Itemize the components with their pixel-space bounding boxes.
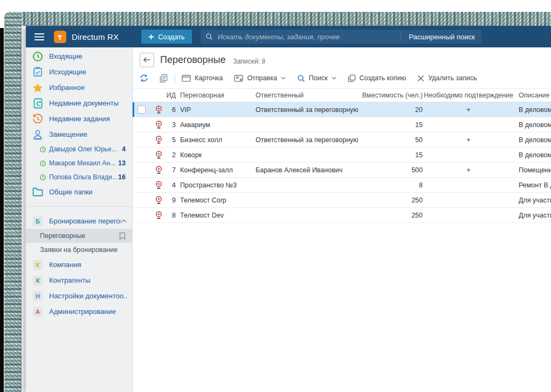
create-button[interactable]: Создать	[141, 30, 191, 44]
global-search-bar: Расширенный поиск	[201, 30, 481, 44]
search-button[interactable]: Поиск	[297, 74, 336, 82]
back-button[interactable]	[140, 53, 154, 67]
sidebar-item-label: Бронирование перегов...	[49, 217, 121, 225]
toolbar-button-label: Поиск	[309, 74, 328, 82]
table-header-col-room[interactable]: Переговорная	[176, 92, 251, 99]
cell-description: Для участия	[514, 212, 551, 219]
letter-glyph: К	[33, 276, 43, 285]
sidebar-item-3[interactable]: Недавние документы	[26, 95, 132, 111]
sidebar-substitution-item[interactable]: Попова Ольга Влади...16	[26, 170, 132, 184]
folder-item-label: Переговорные	[40, 232, 85, 240]
sidebar-item-2[interactable]: Избранное	[26, 80, 132, 95]
sidebar-item-15[interactable]: ККонтрагенты	[26, 272, 132, 288]
table-row[interactable]: 3Аквариум15В деловом ц	[133, 117, 551, 132]
clock-mini-icon	[40, 174, 46, 180]
person-icon	[32, 129, 43, 140]
hamburger-icon	[34, 33, 45, 41]
table-header-col-id[interactable]: ИД	[166, 92, 176, 99]
hamburger-menu-button[interactable]	[32, 30, 46, 44]
folder-item-label: Заявки на бронирование	[40, 246, 118, 254]
cell-confirmation: +	[423, 136, 514, 144]
table-header-col-responsible[interactable]: Ответственный	[251, 92, 359, 99]
sidebar-item-5[interactable]: Замещение	[26, 127, 132, 142]
table-row[interactable]: 9Телемост Corp250Для участия	[133, 193, 551, 208]
send-button[interactable]: Отправка	[234, 74, 285, 82]
cell-room-name: Телемост Dev	[176, 212, 251, 219]
table-header-col-capacity[interactable]: Вместимость (чел.)	[359, 92, 423, 99]
app-body: ВходящиеИсходящиеИзбранноеНедавние докум…	[26, 47, 551, 392]
sidebar-item-9[interactable]: Общие папки	[26, 184, 132, 200]
unread-count-badge: 13	[118, 159, 126, 167]
cell-room-name: Бизнесс холл	[176, 136, 251, 144]
delete-record-button[interactable]: Удалить запись	[417, 74, 477, 82]
page-header: Переговорные Записей: 8	[133, 53, 551, 67]
meeting-room-icon	[151, 135, 166, 144]
table-row[interactable]: 4Пространство №38Ремонт В де	[133, 178, 551, 193]
cell-room-name: Телемост Corp	[176, 197, 251, 204]
sidebar-item-17[interactable]: ААдминистрирование	[26, 304, 132, 319]
copy-outline-icon	[348, 74, 356, 82]
cell-room-name: Коворк	[176, 151, 251, 159]
chevron-down-icon	[332, 76, 336, 80]
cell-room-name: Аквариум	[176, 121, 251, 129]
cell-description: Ремонт В де	[514, 181, 551, 189]
global-search-input[interactable]	[217, 32, 400, 41]
sidebar-item-label: Недавние документы	[49, 99, 119, 107]
sidebar-substitution-item[interactable]: Макаров Михаил Ан...13	[26, 156, 132, 170]
chevron-up-icon[interactable]	[121, 219, 127, 223]
sidebar-item-1[interactable]: Исходящие	[26, 64, 132, 80]
inbox-clock-icon	[32, 51, 43, 62]
checkbox-cell	[133, 106, 151, 114]
refresh-button[interactable]	[140, 74, 148, 82]
plus-icon	[148, 34, 154, 40]
sidebar-item-11[interactable]: ББронирование перегов...	[26, 213, 132, 229]
sidebar: ВходящиеИсходящиеИзбранноеНедавние докум…	[26, 47, 133, 392]
recent-tasks-icon	[32, 114, 43, 124]
close-icon	[417, 75, 424, 82]
records-count: Записей: 8	[233, 58, 265, 65]
cell-description: В деловом ц	[514, 121, 551, 129]
cell-id: 9	[166, 197, 176, 204]
cell-capacity: 250	[359, 212, 423, 219]
sidebar-item-4[interactable]: Недавние задания	[26, 111, 132, 127]
cell-id: 4	[166, 181, 176, 189]
letter-badge-icon: А	[32, 307, 43, 317]
copy-button[interactable]	[160, 74, 168, 83]
bookmark-icon[interactable]	[119, 232, 126, 240]
cell-capacity: 15	[359, 151, 423, 159]
sidebar-item-label: Исходящие	[49, 68, 86, 76]
card-button[interactable]: Карточка	[182, 74, 223, 82]
cell-id: 3	[166, 121, 176, 129]
cell-description: Помещение	[514, 166, 551, 174]
cell-description: В деловом ц	[514, 151, 551, 159]
cell-responsible: Баранов Алексей Иванович	[251, 166, 359, 174]
send-icon	[234, 75, 243, 82]
table-header-col-description[interactable]: Описание	[514, 92, 551, 99]
sidebar-item-label: Замещение	[49, 130, 87, 138]
substitution-label: Давыдов Олег Юрье...	[49, 145, 117, 153]
cell-description: Для участия	[514, 197, 551, 204]
row-checkbox[interactable]	[137, 106, 146, 114]
table-row[interactable]: 2Коворк15В деловом ц	[133, 148, 551, 163]
recent-documents-icon	[32, 98, 43, 109]
letter-badge-icon: К	[32, 260, 43, 270]
substitution-label: Макаров Михаил Ан...	[49, 159, 115, 167]
table-header-col-confirmation[interactable]: Необходимо подтверждение	[423, 92, 514, 99]
sidebar-item-0[interactable]: Входящие	[26, 48, 132, 64]
sidebar-substitution-item[interactable]: Давыдов Олег Юрье...4	[26, 142, 132, 156]
sidebar-folder-item-selected[interactable]: Переговорные	[26, 229, 132, 243]
create-copy-button[interactable]: Создать копию	[348, 74, 407, 82]
create-button-label: Создать	[158, 33, 184, 41]
table-row[interactable]: 8Телемост Dev250Для участия	[133, 208, 551, 223]
sidebar-divider	[26, 206, 132, 207]
table-row[interactable]: 6VIPОтветственный за переговорную20+В де…	[133, 102, 551, 117]
advanced-search-link[interactable]: Расширенный поиск	[402, 33, 481, 41]
sidebar-item-label: Контрагенты	[49, 276, 91, 284]
sidebar-folder-item[interactable]: Заявки на бронирование	[26, 243, 132, 257]
table-row[interactable]: 5Бизнесс холлОтветственный за переговорн…	[133, 132, 551, 148]
table-row[interactable]: 7Конференц-заллБаранов Алексей Иванович5…	[133, 163, 551, 178]
sidebar-item-14[interactable]: ККомпания	[26, 257, 132, 272]
sidebar-item-16[interactable]: ННастройки документоо...	[26, 288, 132, 304]
letter-badge-icon: Н	[32, 291, 43, 301]
star-icon	[32, 82, 43, 93]
